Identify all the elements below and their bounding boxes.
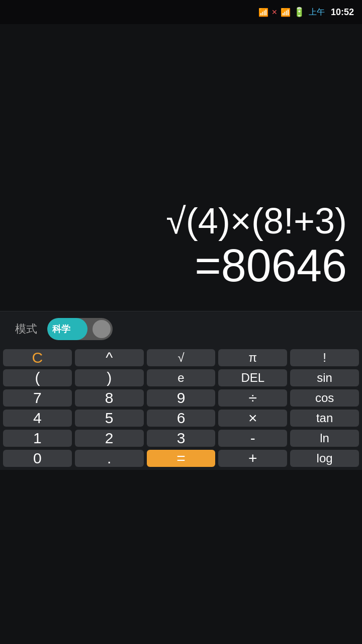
key-row-4: 123-ln (3, 430, 359, 447)
key-log[interactable]: log (290, 450, 359, 467)
key-power[interactable]: ^ (75, 349, 144, 366)
expression-display: √(4)×(8!+3) (15, 201, 347, 241)
key-7[interactable]: 7 (3, 389, 72, 407)
key-2[interactable]: 2 (75, 430, 144, 447)
result-display: =80646 (15, 241, 347, 291)
key-row-3: 456×tan (3, 410, 359, 427)
display-area: √(4)×(8!+3) =80646 (0, 24, 362, 311)
mode-toggle[interactable]: 科学 (47, 318, 113, 340)
key-row-5: 0.=+log (3, 450, 359, 467)
signal-icon: 📶 (258, 8, 268, 17)
key-6[interactable]: 6 (147, 410, 216, 427)
key-equals[interactable]: = (147, 450, 216, 467)
time-display: 10:52 (331, 7, 354, 18)
key-row-1: ()eDELsin (3, 369, 359, 386)
key-row-0: C^√π! (3, 349, 359, 366)
key-c[interactable]: C (3, 349, 72, 366)
mode-label: 模式 (15, 321, 37, 337)
key-0[interactable]: 0 (3, 450, 72, 467)
key-e[interactable]: e (147, 369, 216, 386)
key-3[interactable]: 3 (147, 430, 216, 447)
key-1[interactable]: 1 (3, 430, 72, 447)
key-sqrt[interactable]: √ (147, 349, 216, 366)
key-open-paren[interactable]: ( (3, 369, 72, 386)
key-close-paren[interactable]: ) (75, 369, 144, 386)
key-pi[interactable]: π (218, 349, 287, 366)
signal-icon-2: 📶 (281, 8, 291, 17)
ampm-label: 上午 (309, 7, 325, 18)
toggle-knob (93, 320, 111, 338)
battery-icon: 🔋 (294, 7, 305, 18)
mode-row: 模式 科学 (0, 311, 362, 346)
key-plus[interactable]: + (218, 450, 287, 467)
key-multiply[interactable]: × (218, 410, 287, 427)
signal-icons: 📶 ✕ 📶 🔋 (258, 7, 305, 18)
key-row-2: 789÷cos (3, 389, 359, 407)
key-4[interactable]: 4 (3, 410, 72, 427)
no-signal-icon: ✕ (272, 8, 278, 16)
toggle-text: 科学 (52, 323, 70, 335)
status-bar: 📶 ✕ 📶 🔋 上午 10:52 (0, 0, 362, 24)
key-sin[interactable]: sin (290, 369, 359, 386)
key-5[interactable]: 5 (75, 410, 144, 427)
key-del[interactable]: DEL (218, 369, 287, 386)
key-factorial[interactable]: ! (290, 349, 359, 366)
key-8[interactable]: 8 (75, 389, 144, 407)
key-minus[interactable]: - (218, 430, 287, 447)
key-dot[interactable]: . (75, 450, 144, 467)
key-tan[interactable]: tan (290, 410, 359, 427)
keyboard: C^√π!()eDELsin789÷cos456×tan123-ln0.=+lo… (0, 346, 362, 470)
key-divide[interactable]: ÷ (218, 389, 287, 407)
key-9[interactable]: 9 (147, 389, 216, 407)
key-ln[interactable]: ln (290, 430, 359, 447)
key-cos[interactable]: cos (290, 389, 359, 407)
